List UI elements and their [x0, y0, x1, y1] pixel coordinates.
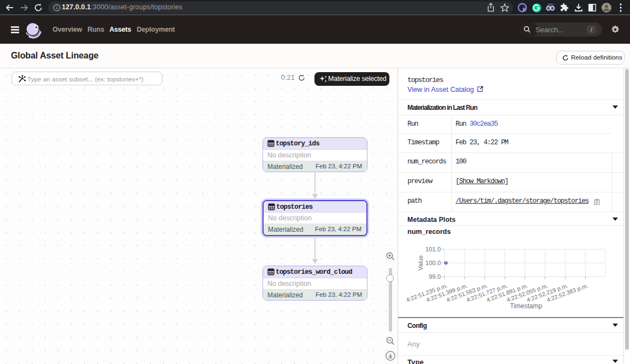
- svg-text:Timestamp: Timestamp: [510, 302, 542, 310]
- svg-text:Value: Value: [417, 255, 424, 271]
- svg-text:101.0: 101.0: [425, 246, 441, 253]
- svg-text:100.0: 100.0: [425, 260, 441, 266]
- svg-text:99.0: 99.0: [429, 273, 441, 280]
